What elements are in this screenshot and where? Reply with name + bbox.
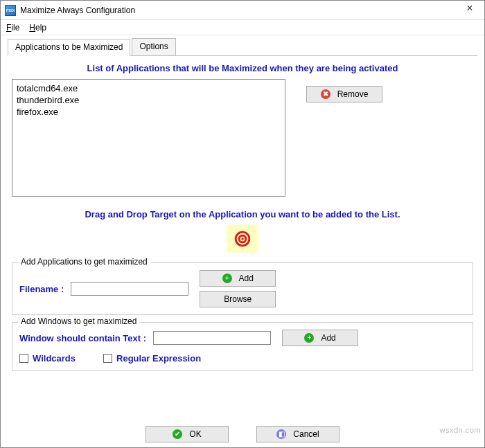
regex-checkbox[interactable]: Regular Expression [103,353,201,364]
tab-applications[interactable]: Applications to be Maximized [8,39,130,56]
window-text-input[interactable] [153,331,271,345]
check-icon: ✔ [173,429,182,439]
ok-label: OK [189,429,201,439]
add-app-label: Add [239,274,254,283]
filename-label: Filename : [19,284,64,294]
remove-button[interactable]: ✖ Remove [306,86,382,102]
tab-options[interactable]: Options [132,38,175,55]
menubar: File Help [1,20,484,35]
list-item[interactable]: firefox.exe [17,106,281,118]
remove-label: Remove [337,89,369,99]
wildcards-checkbox[interactable]: Wildcards [19,353,76,364]
drag-heading: Drag and Drop Target on the Application … [8,209,477,219]
menu-help[interactable]: Help [29,23,46,33]
browse-label: Browse [224,294,252,304]
list-item[interactable]: thunderbird.exe [17,94,281,106]
list-item[interactable]: totalcmd64.exe [17,82,281,94]
cancel-button[interactable]: ◧ Cancel [256,426,340,442]
app-icon: max [5,5,16,16]
add-app-button[interactable]: + Add [200,270,276,287]
dialog-buttons: ✔ OK ◧ Cancel [0,426,485,442]
add-window-label: Add [321,333,335,343]
plus-icon: + [304,333,314,343]
window-text-label: Window should contain Text : [19,333,146,343]
tabs: Applications to be Maximized Options [8,38,477,56]
wildcards-label: Wildcards [33,353,76,364]
group-add-applications: Add Applications to get maximized Filena… [12,262,473,315]
remove-icon: ✖ [321,89,330,99]
plus-icon: + [222,274,232,283]
target-icon [233,229,252,249]
regex-label: Regular Expression [116,353,201,364]
content-area: Applications to be Maximized Options Lis… [1,35,484,371]
close-icon[interactable]: × [459,2,480,15]
group-apps-legend: Add Applications to get maximized [18,257,150,267]
checkbox-icon [19,354,28,363]
browse-button[interactable]: Browse [200,291,276,307]
group-add-windows: Add Windows to get maximized Window shou… [12,322,473,371]
svg-point-2 [241,238,244,240]
add-window-button[interactable]: + Add [282,330,358,346]
watermark: wsxdn.com [439,426,481,434]
filename-input[interactable] [71,282,188,296]
cancel-label: Cancel [293,429,319,439]
ok-button[interactable]: ✔ OK [146,426,229,442]
drag-target[interactable] [227,225,258,253]
cancel-icon: ◧ [276,429,286,439]
window-title: Maximize Always Configuration [20,6,135,15]
applications-listbox[interactable]: totalcmd64.exe thunderbird.exe firefox.e… [12,79,285,197]
menu-file[interactable]: File [6,23,19,33]
group-windows-legend: Add Windows to get maximized [18,316,139,326]
titlebar: max Maximize Always Configuration × [1,1,484,20]
checkbox-icon [103,354,112,363]
list-heading: List of Applications that will be Maximi… [8,63,477,73]
